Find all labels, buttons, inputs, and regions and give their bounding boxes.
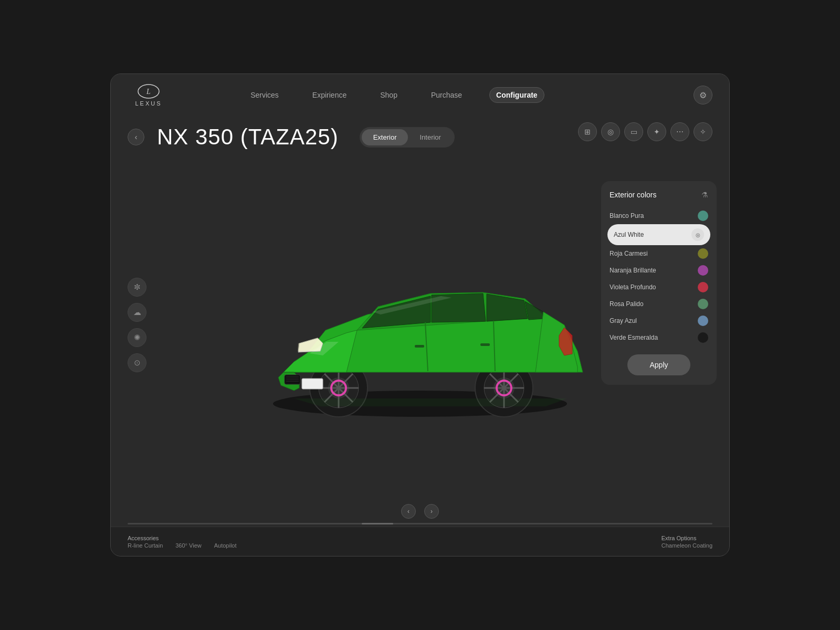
app-container: L LEXUS Services Expirience Shop Purchas… — [110, 74, 730, 556]
color-row-azul[interactable]: Azul White ◎ — [607, 224, 710, 245]
color-swatch-violeta — [698, 282, 708, 292]
circle-icon: ◎ — [607, 128, 614, 136]
color-row-gray[interactable]: Gray Azul — [610, 312, 708, 329]
bottom-nav: ‹ › — [111, 500, 729, 523]
logo-area: L LEXUS — [128, 83, 170, 107]
left-controls: ✼ ☁ ✺ ⊙ — [128, 278, 146, 372]
filter-icon[interactable]: ⚗ — [701, 191, 708, 199]
sparkle-icon: ✧ — [700, 128, 706, 136]
car-svg — [242, 225, 598, 425]
view-tabs: Exterior Interior — [360, 127, 455, 148]
color-label-verde: Verde Esmeralda — [610, 334, 658, 341]
color-swatch-verde — [698, 332, 708, 343]
color-label-azul: Azul White — [614, 231, 644, 238]
accessory-360[interactable]: 360° View — [175, 542, 201, 549]
badge-icon: ✦ — [654, 128, 660, 136]
color-swatch-roja — [698, 248, 708, 259]
tab-exterior[interactable]: Exterior — [362, 129, 408, 145]
panel-icon-circle[interactable]: ◎ — [601, 122, 620, 141]
color-row-violeta[interactable]: Violeta Profundo — [610, 279, 708, 296]
panel-icon-grid[interactable]: ⊞ — [578, 122, 597, 141]
color-swatch-rosa — [698, 299, 708, 309]
back-icon: ‹ — [135, 133, 138, 141]
apply-button[interactable]: Apply — [627, 354, 690, 375]
dots-icon: ⋯ — [676, 128, 684, 136]
panel-icon-sparkle[interactable]: ✧ — [694, 122, 712, 141]
fan-icon: ✼ — [134, 282, 141, 292]
car-name: NX 350 (TAZA25) — [157, 124, 339, 150]
selected-color-indicator: ◎ — [691, 228, 704, 241]
color-label-rosa: Rosa Palido — [610, 300, 644, 308]
car-area: ✼ ☁ ✺ ⊙ — [111, 150, 729, 500]
main-nav: Services Expirience Shop Purchase Config… — [244, 87, 544, 103]
grid-icon: ⊞ — [584, 128, 591, 136]
color-label-gray: Gray Azul — [610, 317, 637, 324]
color-swatch-naranja — [698, 265, 708, 276]
color-label-blanco: Blanco Pura — [610, 212, 644, 219]
panel-icon-badge[interactable]: ✦ — [647, 122, 666, 141]
panel-icon-rect[interactable]: ▭ — [624, 122, 643, 141]
nav-shop[interactable]: Shop — [374, 88, 404, 102]
accessory-curtain[interactable]: R-line Curtain — [128, 542, 163, 549]
nav-configurate[interactable]: Configurate — [489, 87, 544, 103]
back-button[interactable]: ‹ — [128, 129, 144, 145]
svg-text:L: L — [146, 88, 151, 96]
logo-text: LEXUS — [135, 100, 162, 107]
svg-rect-23 — [415, 345, 424, 348]
color-row-verde[interactable]: Verde Esmeralda — [610, 329, 708, 346]
scroll-indicator — [128, 523, 712, 524]
prev-arrow[interactable]: ‹ — [401, 504, 416, 519]
car-image — [242, 225, 598, 425]
lexus-logo-icon: L — [137, 83, 160, 99]
accessories-bar: Accessories R-line Curtain 360° View Aut… — [111, 527, 729, 556]
settings2-button[interactable]: ✺ — [128, 328, 146, 347]
cloud-icon: ☁ — [133, 308, 141, 317]
header-right: ⚙ — [694, 86, 712, 104]
light-icon: ⊙ — [134, 358, 141, 368]
color-row-blanco[interactable]: Blanco Pura — [610, 207, 708, 224]
color-panel-title: Exterior colors — [610, 191, 656, 199]
settings2-icon: ✺ — [134, 333, 141, 342]
nav-purchase[interactable]: Purchase — [425, 88, 468, 102]
color-label-naranja: Naranja Brillante — [610, 267, 656, 274]
tab-interior[interactable]: Interior — [408, 129, 452, 145]
accessories-items: R-line Curtain 360° View Autopilot — [128, 542, 237, 549]
color-panel: Exterior colors ⚗ Blanco Pura Azul White… — [601, 181, 717, 385]
color-row-roja[interactable]: Roja Carmesi — [610, 245, 708, 262]
svg-rect-17 — [285, 375, 300, 384]
nav-expirience[interactable]: Expirience — [306, 88, 353, 102]
gear-icon: ⚙ — [699, 90, 707, 100]
extra-options-label: Extra Options — [662, 535, 712, 541]
main-content: ‹ NX 350 (TAZA25) Exterior Interior ⊞ ◎ … — [111, 116, 729, 527]
accessories-label: Accessories — [128, 535, 237, 541]
extra-chameleon[interactable]: Chameleon Coating — [662, 542, 712, 549]
accessories-section: Accessories R-line Curtain 360° View Aut… — [128, 535, 237, 549]
nav-services[interactable]: Services — [244, 88, 285, 102]
svg-rect-24 — [480, 343, 490, 346]
extra-items: Chameleon Coating — [662, 542, 712, 549]
accessory-autopilot[interactable]: Autopilot — [214, 542, 237, 549]
extra-options-section: Extra Options Chameleon Coating — [662, 535, 712, 549]
color-swatch-blanco — [698, 211, 708, 221]
selected-checkmark: ◎ — [696, 232, 700, 238]
color-label-violeta: Violeta Profundo — [610, 284, 656, 291]
svg-rect-25 — [302, 379, 323, 389]
cloud-button[interactable]: ☁ — [128, 303, 146, 322]
color-swatch-gray — [698, 316, 708, 326]
panel-icon-dots[interactable]: ⋯ — [670, 122, 689, 141]
color-row-rosa[interactable]: Rosa Palido — [610, 296, 708, 312]
scroll-thumb — [362, 523, 393, 524]
light-button[interactable]: ⊙ — [128, 353, 146, 372]
fan-button[interactable]: ✼ — [128, 278, 146, 297]
header: L LEXUS Services Expirience Shop Purchas… — [111, 74, 729, 116]
rect-icon: ▭ — [631, 128, 637, 136]
panel-icons: ⊞ ◎ ▭ ✦ ⋯ ✧ — [578, 122, 712, 141]
settings-button[interactable]: ⚙ — [694, 86, 712, 104]
color-row-naranja[interactable]: Naranja Brillante — [610, 262, 708, 279]
color-label-roja: Roja Carmesi — [610, 250, 648, 257]
color-panel-header: Exterior colors ⚗ — [610, 191, 708, 199]
next-arrow[interactable]: › — [424, 504, 439, 519]
